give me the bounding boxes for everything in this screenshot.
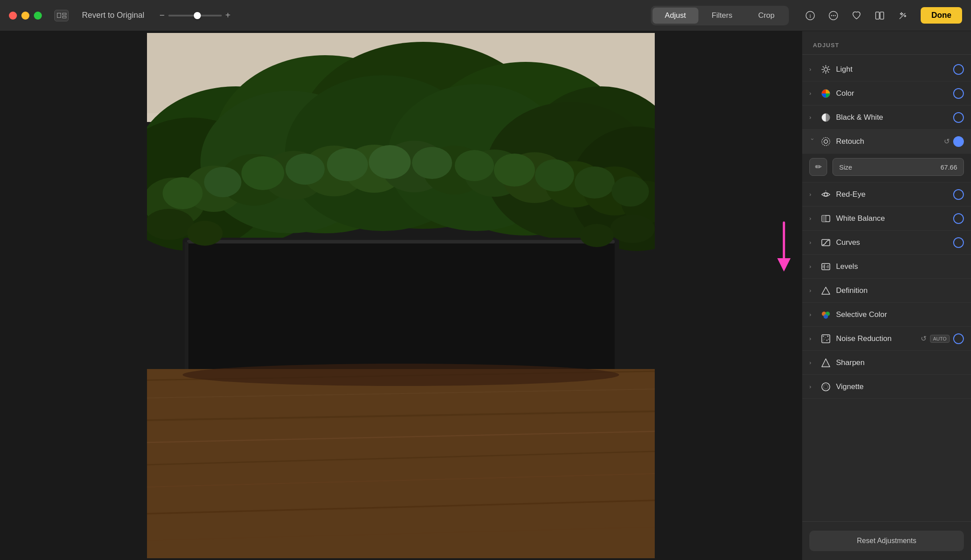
done-button[interactable]: Done: [921, 7, 962, 24]
chevron-selective: ›: [809, 311, 816, 318]
chevron-definition: ›: [809, 287, 816, 294]
reset-section: Reset Adjustments: [802, 521, 971, 560]
retouch-label: Retouch: [836, 137, 944, 146]
retouch-toggle[interactable]: [953, 136, 964, 147]
brush-button[interactable]: ✏: [809, 158, 827, 176]
bw-actions: [953, 112, 964, 123]
adjust-item-curves[interactable]: › Curves: [802, 231, 971, 255]
tab-adjust[interactable]: Adjust: [653, 8, 698, 24]
zoom-minus-button[interactable]: −: [159, 10, 165, 20]
svg-point-45: [612, 176, 649, 207]
close-button[interactable]: [9, 12, 17, 20]
zoom-plus-button[interactable]: +: [225, 10, 231, 20]
heart-icon[interactable]: [849, 8, 864, 23]
more-icon[interactable]: [826, 8, 840, 23]
adjust-item-retouch[interactable]: › Retouch ↺: [802, 130, 971, 154]
chevron-color: ›: [809, 90, 816, 97]
chevron-curves: ›: [809, 239, 816, 246]
adjust-item-wb[interactable]: › White Balance: [802, 207, 971, 231]
adjust-item-selective[interactable]: › Selective Color: [802, 303, 971, 327]
bw-toggle[interactable]: [953, 112, 964, 123]
adjust-item-light[interactable]: › Light: [802, 57, 971, 81]
panel-header: ADJUST: [802, 31, 971, 55]
svg-point-37: [286, 154, 325, 185]
size-control[interactable]: Size 67.66: [832, 158, 964, 176]
retouch-actions: ↺: [944, 136, 964, 147]
svg-point-43: [535, 159, 574, 191]
view-toggle[interactable]: [54, 10, 69, 21]
adjust-item-color[interactable]: › Color: [802, 81, 971, 106]
toolbar-icons: i: [803, 8, 910, 23]
svg-point-64: [824, 68, 828, 71]
color-toggle[interactable]: [953, 88, 964, 99]
svg-text:i: i: [809, 12, 811, 19]
svg-rect-49: [185, 242, 188, 369]
selective-label: Selective Color: [836, 310, 964, 319]
right-panel: ADJUST ›: [802, 31, 971, 560]
svg-marker-89: [822, 287, 830, 294]
sharpen-icon: [820, 357, 832, 369]
noise-actions: ↺ AUTO: [921, 333, 964, 344]
svg-rect-6: [876, 12, 879, 19]
minimize-button[interactable]: [21, 12, 29, 20]
svg-line-71: [828, 66, 829, 67]
svg-point-38: [327, 148, 368, 181]
adjust-item-bw[interactable]: › Black & White: [802, 106, 971, 130]
adjust-item-definition[interactable]: › Definition: [802, 279, 971, 303]
traffic-lights: [9, 12, 42, 20]
chevron-light: ›: [809, 66, 816, 73]
adjust-item-levels[interactable]: › Levels: [802, 255, 971, 279]
svg-line-70: [828, 71, 829, 72]
revert-button[interactable]: Revert to Original: [76, 8, 151, 23]
svg-rect-95: [825, 337, 826, 338]
titlebar: Revert to Original − + Adjust Filters Cr…: [0, 0, 971, 31]
svg-point-59: [183, 364, 619, 386]
info-icon[interactable]: i: [803, 8, 817, 23]
retouch-revert-icon[interactable]: ↺: [944, 137, 950, 146]
wb-toggle[interactable]: [953, 213, 964, 224]
magic-icon[interactable]: [896, 8, 910, 23]
adjust-item-sharpen[interactable]: › Sharpen: [802, 351, 971, 375]
bw-label: Black & White: [836, 113, 953, 122]
size-value: 67.66: [940, 163, 957, 171]
zoom-slider[interactable]: [168, 15, 222, 16]
zoom-thumb[interactable]: [194, 12, 201, 19]
svg-point-4: [833, 15, 834, 16]
tab-filters[interactable]: Filters: [699, 8, 745, 24]
noise-toggle[interactable]: [953, 333, 964, 344]
svg-point-63: [580, 224, 614, 247]
brush-icon: ✏: [815, 162, 822, 172]
svg-rect-86: [824, 264, 825, 269]
svg-point-62: [187, 221, 223, 246]
levels-icon: [820, 261, 832, 272]
svg-point-102: [822, 383, 830, 391]
svg-point-42: [494, 154, 535, 187]
definition-label: Definition: [836, 286, 964, 295]
svg-rect-7: [880, 12, 884, 19]
fullscreen-button[interactable]: [34, 12, 42, 20]
definition-icon: [820, 285, 832, 296]
reset-adjustments-button[interactable]: Reset Adjustments: [809, 531, 964, 551]
retouch-sub-panel: ✏ Size 67.66: [802, 154, 971, 183]
image-area: [0, 31, 802, 560]
color-label: Color: [836, 89, 953, 98]
svg-rect-96: [827, 336, 828, 337]
adjust-item-vignette[interactable]: › Vignette: [802, 375, 971, 399]
svg-rect-87: [826, 266, 827, 268]
adjust-item-noise[interactable]: › Noise Reduction ↺: [802, 327, 971, 351]
noise-revert-icon[interactable]: ↺: [921, 334, 926, 343]
chevron-vignette: ›: [809, 383, 816, 390]
noise-label: Noise Reduction: [836, 334, 921, 343]
svg-point-39: [369, 145, 411, 179]
light-toggle[interactable]: [953, 64, 964, 75]
adjust-item-redeye[interactable]: › Red-Eye: [802, 183, 971, 207]
redeye-toggle[interactable]: [953, 189, 964, 200]
tab-crop[interactable]: Crop: [746, 8, 787, 24]
curves-toggle[interactable]: [953, 237, 964, 248]
svg-point-35: [204, 167, 241, 197]
svg-rect-98: [826, 340, 828, 341]
vignette-label: Vignette: [836, 382, 964, 391]
chevron-redeye: ›: [809, 191, 816, 198]
compare-icon[interactable]: [873, 8, 887, 23]
photo-container: [147, 33, 655, 558]
